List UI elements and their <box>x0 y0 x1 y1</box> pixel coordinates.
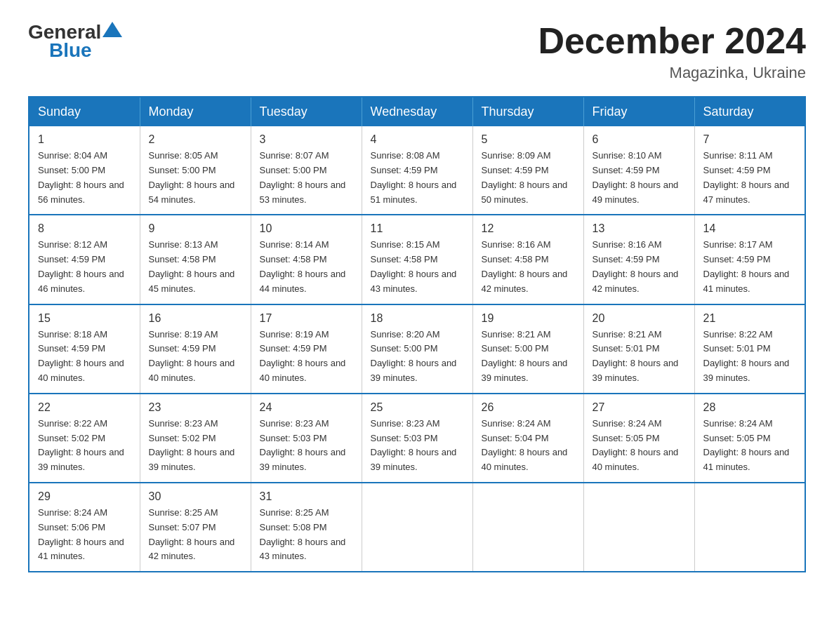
calendar-day-cell: 28Sunrise: 8:24 AMSunset: 5:05 PMDayligh… <box>694 394 805 483</box>
calendar-day-cell: 22Sunrise: 8:22 AMSunset: 5:02 PMDayligh… <box>29 394 140 483</box>
calendar-header-row: SundayMondayTuesdayWednesdayThursdayFrid… <box>29 97 805 126</box>
calendar-week-row: 22Sunrise: 8:22 AMSunset: 5:02 PMDayligh… <box>29 394 805 483</box>
calendar-day-cell: 27Sunrise: 8:24 AMSunset: 5:05 PMDayligh… <box>583 394 694 483</box>
day-number: 27 <box>593 401 686 414</box>
calendar-table: SundayMondayTuesdayWednesdayThursdayFrid… <box>28 96 806 572</box>
day-number: 10 <box>260 222 353 235</box>
day-info: Sunrise: 8:16 AMSunset: 4:58 PMDaylight:… <box>482 238 575 296</box>
day-number: 13 <box>593 222 686 235</box>
day-number: 9 <box>149 222 242 235</box>
day-info: Sunrise: 8:17 AMSunset: 4:59 PMDaylight:… <box>703 238 797 296</box>
day-info: Sunrise: 8:12 AMSunset: 4:59 PMDaylight:… <box>38 238 131 296</box>
calendar-day-cell: 23Sunrise: 8:23 AMSunset: 5:02 PMDayligh… <box>140 394 251 483</box>
calendar-week-row: 29Sunrise: 8:24 AMSunset: 5:06 PMDayligh… <box>29 483 805 572</box>
calendar-day-cell: 4Sunrise: 8:08 AMSunset: 4:59 PMDaylight… <box>362 126 472 215</box>
calendar-empty-cell <box>583 483 694 572</box>
calendar-day-cell: 31Sunrise: 8:25 AMSunset: 5:08 PMDayligh… <box>251 483 362 572</box>
day-number: 28 <box>703 401 797 414</box>
day-number: 18 <box>371 312 464 325</box>
month-title: December 2024 <box>538 21 806 61</box>
calendar-empty-cell <box>694 483 805 572</box>
calendar-day-cell: 29Sunrise: 8:24 AMSunset: 5:06 PMDayligh… <box>29 483 140 572</box>
logo-triangle-icon <box>102 22 122 37</box>
day-info: Sunrise: 8:19 AMSunset: 4:59 PMDaylight:… <box>149 328 242 386</box>
calendar-day-cell: 9Sunrise: 8:13 AMSunset: 4:58 PMDaylight… <box>140 215 251 304</box>
day-info: Sunrise: 8:18 AMSunset: 4:59 PMDaylight:… <box>38 328 131 386</box>
day-number: 17 <box>260 312 353 325</box>
calendar-day-cell: 3Sunrise: 8:07 AMSunset: 5:00 PMDaylight… <box>251 126 362 215</box>
calendar-day-cell: 21Sunrise: 8:22 AMSunset: 5:01 PMDayligh… <box>694 304 805 394</box>
day-header-wednesday: Wednesday <box>362 97 472 126</box>
location-text: Magazinka, Ukraine <box>538 64 806 82</box>
calendar-day-cell: 15Sunrise: 8:18 AMSunset: 4:59 PMDayligh… <box>29 304 140 394</box>
day-info: Sunrise: 8:13 AMSunset: 4:58 PMDaylight:… <box>149 238 242 296</box>
day-number: 29 <box>38 490 131 503</box>
calendar-day-cell: 30Sunrise: 8:25 AMSunset: 5:07 PMDayligh… <box>140 483 251 572</box>
calendar-day-cell: 6Sunrise: 8:10 AMSunset: 4:59 PMDaylight… <box>583 126 694 215</box>
day-header-thursday: Thursday <box>472 97 583 126</box>
calendar-day-cell: 20Sunrise: 8:21 AMSunset: 5:01 PMDayligh… <box>583 304 694 394</box>
day-header-sunday: Sunday <box>29 97 140 126</box>
day-info: Sunrise: 8:07 AMSunset: 5:00 PMDaylight:… <box>260 149 353 207</box>
day-info: Sunrise: 8:08 AMSunset: 4:59 PMDaylight:… <box>371 149 464 207</box>
calendar-week-row: 15Sunrise: 8:18 AMSunset: 4:59 PMDayligh… <box>29 304 805 394</box>
day-info: Sunrise: 8:24 AMSunset: 5:04 PMDaylight:… <box>482 417 575 475</box>
day-number: 5 <box>482 133 575 146</box>
day-number: 2 <box>149 133 242 146</box>
day-number: 21 <box>703 312 797 325</box>
title-block: December 2024 Magazinka, Ukraine <box>538 21 806 82</box>
day-number: 20 <box>593 312 686 325</box>
day-info: Sunrise: 8:05 AMSunset: 5:00 PMDaylight:… <box>149 149 242 207</box>
calendar-day-cell: 5Sunrise: 8:09 AMSunset: 4:59 PMDaylight… <box>472 126 583 215</box>
day-number: 1 <box>38 133 131 146</box>
day-number: 15 <box>38 312 131 325</box>
day-info: Sunrise: 8:14 AMSunset: 4:58 PMDaylight:… <box>260 238 353 296</box>
day-header-saturday: Saturday <box>694 97 805 126</box>
day-info: Sunrise: 8:11 AMSunset: 4:59 PMDaylight:… <box>703 149 797 207</box>
day-number: 8 <box>38 222 131 235</box>
day-number: 24 <box>260 401 353 414</box>
day-info: Sunrise: 8:09 AMSunset: 4:59 PMDaylight:… <box>482 149 575 207</box>
day-number: 30 <box>149 490 242 503</box>
calendar-day-cell: 26Sunrise: 8:24 AMSunset: 5:04 PMDayligh… <box>472 394 583 483</box>
day-number: 6 <box>593 133 686 146</box>
calendar-day-cell: 18Sunrise: 8:20 AMSunset: 5:00 PMDayligh… <box>362 304 472 394</box>
day-info: Sunrise: 8:22 AMSunset: 5:01 PMDaylight:… <box>703 328 797 386</box>
day-info: Sunrise: 8:16 AMSunset: 4:59 PMDaylight:… <box>593 238 686 296</box>
logo-blue-text: Blue <box>49 39 92 62</box>
calendar-day-cell: 17Sunrise: 8:19 AMSunset: 4:59 PMDayligh… <box>251 304 362 394</box>
day-info: Sunrise: 8:21 AMSunset: 5:00 PMDaylight:… <box>482 328 575 386</box>
calendar-day-cell: 11Sunrise: 8:15 AMSunset: 4:58 PMDayligh… <box>362 215 472 304</box>
day-number: 16 <box>149 312 242 325</box>
day-number: 31 <box>260 490 353 503</box>
day-info: Sunrise: 8:20 AMSunset: 5:00 PMDaylight:… <box>371 328 464 386</box>
day-info: Sunrise: 8:24 AMSunset: 5:05 PMDaylight:… <box>593 417 686 475</box>
calendar-day-cell: 13Sunrise: 8:16 AMSunset: 4:59 PMDayligh… <box>583 215 694 304</box>
day-info: Sunrise: 8:10 AMSunset: 4:59 PMDaylight:… <box>593 149 686 207</box>
calendar-week-row: 1Sunrise: 8:04 AMSunset: 5:00 PMDaylight… <box>29 126 805 215</box>
calendar-day-cell: 16Sunrise: 8:19 AMSunset: 4:59 PMDayligh… <box>140 304 251 394</box>
day-info: Sunrise: 8:25 AMSunset: 5:07 PMDaylight:… <box>149 506 242 564</box>
day-number: 25 <box>371 401 464 414</box>
day-number: 4 <box>371 133 464 146</box>
day-info: Sunrise: 8:19 AMSunset: 4:59 PMDaylight:… <box>260 328 353 386</box>
day-info: Sunrise: 8:22 AMSunset: 5:02 PMDaylight:… <box>38 417 131 475</box>
day-info: Sunrise: 8:24 AMSunset: 5:05 PMDaylight:… <box>703 417 797 475</box>
day-number: 22 <box>38 401 131 414</box>
day-info: Sunrise: 8:25 AMSunset: 5:08 PMDaylight:… <box>260 506 353 564</box>
day-header-monday: Monday <box>140 97 251 126</box>
day-info: Sunrise: 8:04 AMSunset: 5:00 PMDaylight:… <box>38 149 131 207</box>
day-info: Sunrise: 8:23 AMSunset: 5:02 PMDaylight:… <box>149 417 242 475</box>
day-number: 3 <box>260 133 353 146</box>
calendar-day-cell: 19Sunrise: 8:21 AMSunset: 5:00 PMDayligh… <box>472 304 583 394</box>
day-info: Sunrise: 8:21 AMSunset: 5:01 PMDaylight:… <box>593 328 686 386</box>
calendar-day-cell: 12Sunrise: 8:16 AMSunset: 4:58 PMDayligh… <box>472 215 583 304</box>
day-number: 26 <box>482 401 575 414</box>
page-header: General Blue December 2024 Magazinka, Uk… <box>28 21 806 82</box>
calendar-day-cell: 8Sunrise: 8:12 AMSunset: 4:59 PMDaylight… <box>29 215 140 304</box>
calendar-day-cell: 14Sunrise: 8:17 AMSunset: 4:59 PMDayligh… <box>694 215 805 304</box>
day-number: 12 <box>482 222 575 235</box>
day-header-friday: Friday <box>583 97 694 126</box>
calendar-empty-cell <box>472 483 583 572</box>
calendar-day-cell: 2Sunrise: 8:05 AMSunset: 5:00 PMDaylight… <box>140 126 251 215</box>
